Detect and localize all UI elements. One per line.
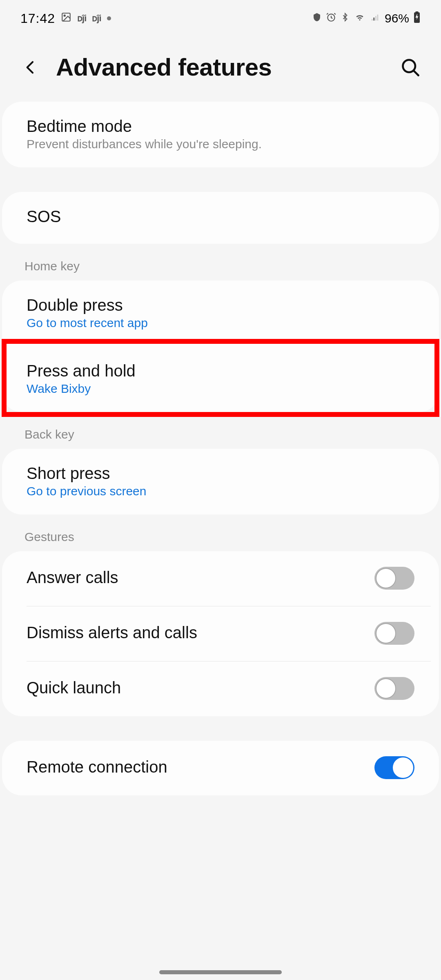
page-header: Advanced features <box>0 37 441 102</box>
row-remote-connection[interactable]: Remote connection <box>2 741 439 795</box>
teams-icon: ᴅĵi <box>92 13 101 24</box>
remote-title: Remote connection <box>27 758 374 776</box>
row-press-and-hold[interactable]: Press and hold Wake Bixby <box>2 346 439 412</box>
row-answer-calls[interactable]: Answer calls <box>2 551 439 606</box>
signal-icon <box>370 12 381 25</box>
bedtime-sub: Prevent disturbances while you're sleepi… <box>27 137 414 151</box>
bluetooth-icon <box>341 12 350 25</box>
svg-rect-3 <box>372 19 373 20</box>
bedtime-title: Bedtime mode <box>27 117 414 136</box>
data-saver-icon <box>312 12 322 25</box>
quick-launch-title: Quick launch <box>27 679 374 697</box>
teams-icon: ᴅĵi <box>77 13 86 24</box>
back-button[interactable] <box>18 55 43 80</box>
card-bedtime: Bedtime mode Prevent disturbances while … <box>2 102 439 167</box>
more-icon <box>107 16 111 20</box>
row-double-press[interactable]: Double press Go to most recent app <box>2 281 439 346</box>
dismiss-alerts-title: Dismiss alerts and calls <box>27 624 374 642</box>
card-remote: Remote connection <box>2 741 439 795</box>
search-icon <box>400 57 421 78</box>
search-button[interactable] <box>398 55 423 80</box>
status-bar: 17:42 ᴅĵi ᴅĵi 96% <box>0 0 441 37</box>
battery-text: 96% <box>385 11 409 25</box>
card-back-key: Short press Go to previous screen <box>2 449 439 514</box>
double-press-title: Double press <box>27 296 414 314</box>
toggle-remote-connection[interactable] <box>374 756 414 779</box>
section-gestures: Gestures <box>0 514 441 551</box>
card-home-key: Double press Go to most recent app Press… <box>2 281 439 412</box>
picture-icon <box>61 12 71 25</box>
row-dismiss-alerts[interactable]: Dismiss alerts and calls <box>2 606 439 661</box>
press-hold-title: Press and hold <box>27 362 414 380</box>
short-press-sub: Go to previous screen <box>27 484 414 498</box>
home-indicator[interactable] <box>159 970 282 974</box>
card-sos: SOS <box>2 192 439 244</box>
page-title: Advanced features <box>56 53 385 81</box>
wifi-icon <box>354 12 366 25</box>
toggle-dismiss-alerts[interactable] <box>374 622 414 645</box>
section-home-key: Home key <box>0 244 441 281</box>
toggle-quick-launch[interactable] <box>374 677 414 700</box>
chevron-left-icon <box>22 58 39 77</box>
row-short-press[interactable]: Short press Go to previous screen <box>2 449 439 514</box>
sos-title: SOS <box>27 207 414 226</box>
svg-rect-8 <box>416 11 419 13</box>
alarm-icon <box>326 12 336 25</box>
svg-rect-6 <box>377 14 379 20</box>
card-gestures: Answer calls Dismiss alerts and calls Qu… <box>2 551 439 716</box>
short-press-title: Short press <box>27 464 414 483</box>
section-back-key: Back key <box>0 412 441 449</box>
status-time: 17:42 <box>20 11 55 26</box>
double-press-sub: Go to most recent app <box>27 316 414 330</box>
svg-rect-4 <box>373 18 374 20</box>
battery-icon <box>413 11 421 26</box>
toggle-answer-calls[interactable] <box>374 567 414 590</box>
row-bedtime-mode[interactable]: Bedtime mode Prevent disturbances while … <box>2 102 439 167</box>
row-quick-launch[interactable]: Quick launch <box>2 662 439 716</box>
row-sos[interactable]: SOS <box>2 192 439 244</box>
press-hold-sub: Wake Bixby <box>27 382 414 396</box>
svg-rect-5 <box>375 16 376 20</box>
svg-point-1 <box>64 15 65 16</box>
answer-calls-title: Answer calls <box>27 568 374 587</box>
svg-line-10 <box>414 71 418 75</box>
